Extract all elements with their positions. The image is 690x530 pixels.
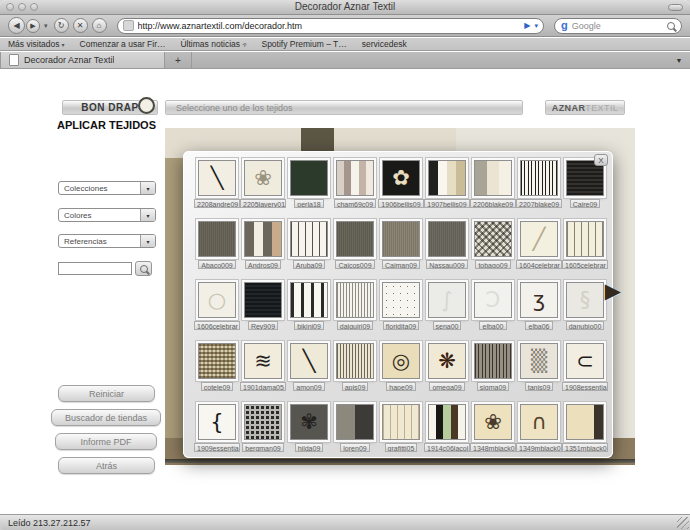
list-all-tabs-icon[interactable]: ▼ — [668, 52, 690, 68]
swatch-thumbnail[interactable]: ∫ — [428, 282, 466, 318]
bookmark-ultimas-noticias[interactable]: Últimas noticias» — [180, 39, 246, 49]
dropdown-colecciones[interactable]: Colecciones ▾ — [58, 181, 156, 195]
swatch-thumbnail[interactable] — [566, 221, 604, 257]
informe-pdf-button[interactable]: Informe PDF — [55, 433, 157, 450]
swatch-thumbnail[interactable] — [428, 221, 466, 257]
swatch-1909essentia[interactable]: {1909essentia — [194, 404, 240, 452]
swatch-thumbnail[interactable]: Ɔ — [474, 282, 512, 318]
swatch-thumbnail[interactable] — [336, 160, 374, 196]
swatch-thumbnail[interactable] — [566, 404, 604, 440]
swatch-1349mblack0[interactable]: ∩1349mblack0 — [516, 404, 562, 452]
swatch-2208andre09[interactable]: ╲2208andre09 — [194, 160, 240, 208]
swatch-Nassau009[interactable]: Nassau009 — [424, 221, 470, 269]
swatch-thumbnail[interactable] — [198, 343, 236, 379]
swatch-daiquiri09[interactable]: daiquiri09 — [332, 282, 378, 330]
toolbar-toggle-button[interactable] — [668, 4, 683, 11]
swatch-1606celebrar[interactable]: ○1606celebrar — [194, 282, 240, 330]
chevron-down-icon[interactable]: ▾ — [140, 209, 155, 221]
search-icon[interactable] — [667, 22, 675, 30]
search-bar[interactable]: g Google — [554, 18, 682, 34]
swatch-thumbnail[interactable]: { — [198, 404, 236, 440]
swatch-1906bellis09[interactable]: ✿1906bellis09 — [378, 160, 424, 208]
stop-button[interactable]: ✕ — [73, 18, 88, 33]
dropdown-referencias[interactable]: Referencias ▾ — [58, 234, 156, 248]
swatch-thumbnail[interactable]: § — [566, 282, 604, 318]
search-input[interactable] — [58, 262, 132, 275]
go-icon[interactable]: ▶ — [524, 21, 530, 30]
swatch-thumbnail[interactable] — [428, 404, 466, 440]
swatch-2207blake09[interactable]: 2207blake09 — [516, 160, 562, 208]
swatch-Caire09[interactable]: Caire09 — [562, 160, 608, 208]
swatch-cotele09[interactable]: cotele09 — [194, 343, 240, 391]
buscador-de-tiendas-button[interactable]: Buscador de tiendas — [51, 409, 161, 426]
swatch-apis09[interactable]: apis09 — [332, 343, 378, 391]
swatch-thumbnail[interactable] — [474, 160, 512, 196]
swatch-Andros09[interactable]: Andros09 — [240, 221, 286, 269]
swatch-thumbnail[interactable]: ○ — [198, 282, 236, 318]
swatch-thumbnail[interactable]: ◎ — [382, 343, 420, 379]
swatch-Caicos009[interactable]: Caicos009 — [332, 221, 378, 269]
swatch-thumbnail[interactable] — [198, 221, 236, 257]
swatch-hape09[interactable]: ◎hape09 — [378, 343, 424, 391]
close-icon[interactable]: X — [594, 154, 608, 166]
swatch-tanis09[interactable]: ▒tanis09 — [516, 343, 562, 391]
swatch-thumbnail[interactable]: ❀ — [474, 404, 512, 440]
search-engine-label[interactable]: Google — [572, 21, 663, 31]
back-button[interactable]: ◀ — [8, 17, 25, 34]
swatch-thumbnail[interactable] — [336, 221, 374, 257]
swatch-thumbnail[interactable]: ʒ — [520, 282, 558, 318]
swatch-sena00[interactable]: ∫sena00 — [424, 282, 470, 330]
swatch-1348mblack0[interactable]: ❀1348mblack0 — [470, 404, 516, 452]
swatch-thumbnail[interactable] — [290, 160, 328, 196]
url-text[interactable]: http://www.aznartextil.com/decorador.htm — [138, 21, 521, 31]
swatch-thumbnail[interactable] — [428, 160, 466, 196]
swatch-Abaco009[interactable]: Abaco009 — [194, 221, 240, 269]
search-button[interactable] — [135, 261, 152, 276]
swatch-Rey909[interactable]: Rey909 — [240, 282, 286, 330]
swatch-amon09[interactable]: ╲amon09 — [286, 343, 332, 391]
url-dropdown-icon[interactable]: ▾ — [534, 22, 538, 30]
swatch-thumbnail[interactable]: ✾ — [290, 404, 328, 440]
reiniciar-button[interactable]: Reiniciar — [58, 385, 155, 402]
swatch-2206blake09[interactable]: 2206blake09 — [470, 160, 516, 208]
bookmark-spotify[interactable]: Spotify Premium – T… — [261, 39, 346, 49]
swatch-elba00[interactable]: Ɔelba00 — [470, 282, 516, 330]
bookmark-mas-visitados[interactable]: Más visitados▾ — [8, 39, 65, 49]
swatch-thumbnail[interactable]: ≋ — [244, 343, 282, 379]
history-caret-icon[interactable]: ▾ — [44, 22, 48, 30]
swatch-thumbnail[interactable]: ❀ — [244, 160, 282, 196]
swatch-thumbnail[interactable]: ╲ — [198, 160, 236, 196]
swatch-1604celebrar[interactable]: ╱1604celebrar — [516, 221, 562, 269]
home-button[interactable]: ⌂ — [92, 18, 107, 33]
swatch-danubio00[interactable]: §danubio00 — [562, 282, 608, 330]
swatch-thumbnail[interactable]: ▒ — [520, 343, 558, 379]
swatch-omega09[interactable]: ❋omega09 — [424, 343, 470, 391]
swatch-loren09[interactable]: loren09 — [332, 404, 378, 452]
swatch-bergman09[interactable]: bergman09 — [240, 404, 286, 452]
bookmark-servicedesk[interactable]: servicedesk — [362, 39, 407, 49]
swatch-thumbnail[interactable]: ❋ — [428, 343, 466, 379]
swatch-thumbnail[interactable]: ⊂ — [566, 343, 604, 379]
swatch-thumbnail[interactable]: ╱ — [520, 221, 558, 257]
swatch-sigma09[interactable]: sigma09 — [470, 343, 516, 391]
swatch-thumbnail[interactable] — [290, 282, 328, 318]
swatch-1908essentia[interactable]: ⊂1908essentia — [562, 343, 608, 391]
resize-grip[interactable] — [677, 517, 689, 529]
swatch-thumbnail[interactable] — [474, 221, 512, 257]
swatch-1901dama05[interactable]: ≋1901dama05 — [240, 343, 286, 391]
swatch-thumbnail[interactable] — [520, 160, 558, 196]
swatch-1914c06lacol[interactable]: 1914c06lacol — [424, 404, 470, 452]
swatch-thumbnail[interactable]: ∩ — [520, 404, 558, 440]
swatch-1907bellis09[interactable]: 1907bellis09 — [424, 160, 470, 208]
swatch-thumbnail[interactable] — [336, 404, 374, 440]
chevron-down-icon[interactable]: ▾ — [140, 182, 155, 194]
swatch-hilda09[interactable]: ✾hilda09 — [286, 404, 332, 452]
swatch-thumbnail[interactable] — [336, 343, 374, 379]
swatch-thumbnail[interactable] — [244, 282, 282, 318]
chevron-down-icon[interactable]: ▾ — [140, 235, 155, 247]
swatch-thumbnail[interactable] — [474, 343, 512, 379]
dropdown-colores[interactable]: Colores ▾ — [58, 208, 156, 222]
swatch-thumbnail[interactable] — [382, 282, 420, 318]
next-page-icon[interactable]: ▶ — [605, 279, 621, 303]
swatch-thumbnail[interactable]: ✿ — [382, 160, 420, 196]
